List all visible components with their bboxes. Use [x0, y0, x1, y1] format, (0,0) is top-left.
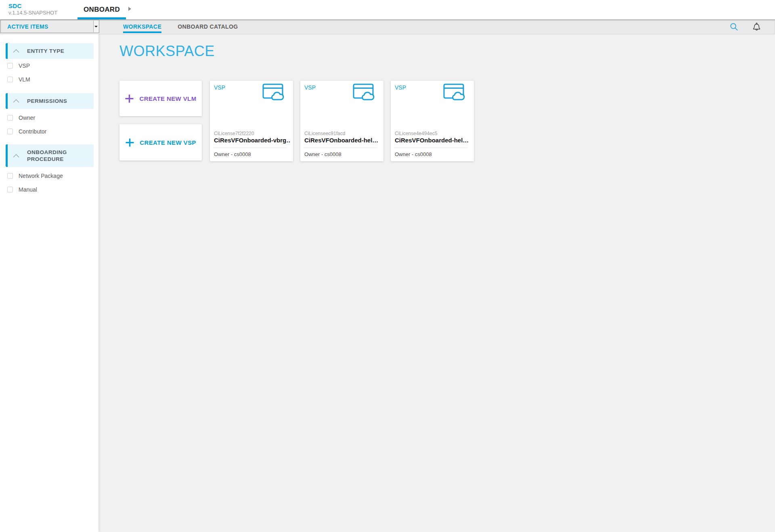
active-items-select-value: ACTIVE ITEMS — [7, 23, 48, 30]
tab-onboard[interactable]: ONBOARD — [78, 0, 126, 19]
page-title: WORKSPACE — [119, 43, 215, 60]
tile-license-id: CiLicense4e494ec5 — [395, 131, 437, 136]
sub-navbar: ACTIVE ITEMS WORKSPACE ONBOARD CATALOG — [0, 19, 775, 34]
filter-option-manual[interactable]: Manual — [7, 183, 98, 196]
vsp-tile[interactable]: VSP CiLicense4e494ec5 CiResVFOnboarded-h… — [391, 81, 474, 161]
owner-checkbox[interactable] — [7, 115, 13, 121]
filter-option-contributor[interactable]: Contributor — [7, 125, 98, 138]
chevron-up-icon[interactable] — [13, 99, 19, 103]
filter-option-label: Network Package — [19, 173, 63, 179]
tile-divider — [213, 148, 287, 148]
vlm-checkbox[interactable] — [7, 77, 13, 82]
filter-option-label: Owner — [19, 115, 35, 121]
plus-icon — [125, 138, 134, 147]
manual-checkbox[interactable] — [7, 187, 13, 192]
tab-onboard-active-indicator — [78, 17, 126, 19]
tile-owner: Owner - cs0008 — [214, 151, 251, 157]
create-new-vsp-label: CREATE NEW VSP — [140, 139, 196, 146]
right-triangle-icon[interactable] — [128, 7, 131, 11]
tile-owner: Owner - cs0008 — [395, 151, 432, 157]
filter-option-label: VSP — [19, 63, 30, 69]
filter-option-vlm[interactable]: VLM — [7, 73, 98, 86]
tile-name: CiResVFOnboarded-vbrg… — [214, 137, 290, 144]
filter-section-permissions[interactable]: PERMISSIONS — [6, 93, 94, 109]
chevron-up-icon[interactable] — [13, 154, 19, 158]
bell-icon[interactable] — [752, 22, 761, 31]
search-icon[interactable] — [730, 23, 738, 31]
filter-option-owner[interactable]: Owner — [7, 111, 98, 125]
vsp-tile[interactable]: VSP CiLicense7f2f2220 CiResVFOnboarded-v… — [210, 81, 293, 161]
tile-divider — [394, 148, 467, 148]
filter-option-label: Contributor — [19, 128, 46, 135]
vsp-cloud-icon — [353, 83, 375, 101]
filter-option-vsp[interactable]: VSP — [7, 59, 98, 73]
tile-name: CiResVFOnboarded-hel… — [304, 137, 380, 144]
create-new-vlm-label: CREATE NEW VLM — [139, 95, 196, 102]
vsp-cloud-icon — [262, 83, 285, 101]
tab-onboard-catalog-label: ONBOARD CATALOG — [178, 23, 238, 30]
tab-workspace-label: WORKSPACE — [123, 23, 161, 30]
create-new-vlm-button[interactable]: CREATE NEW VLM — [119, 81, 202, 116]
tab-onboard-label: ONBOARD — [84, 6, 120, 14]
tab-onboard-catalog[interactable]: ONBOARD CATALOG — [178, 19, 238, 34]
network-package-checkbox[interactable] — [7, 173, 13, 179]
filter-sidebar: ENTITY TYPE VSP VLM PERMISSIONS Owner Co… — [0, 34, 98, 532]
app-version: v.1.14.5-SNAPSHOT — [8, 10, 57, 15]
contributor-checkbox[interactable] — [7, 129, 13, 134]
filter-section-title: ENTITY TYPE — [27, 48, 64, 54]
chevron-up-icon[interactable] — [13, 49, 19, 53]
tile-divider — [304, 148, 377, 148]
filter-section-entity-type[interactable]: ENTITY TYPE — [6, 43, 94, 59]
filter-section-title: PERMISSIONS — [27, 98, 67, 104]
tile-license-id: CiLicenseec91facd — [304, 131, 345, 136]
tab-workspace[interactable]: WORKSPACE — [123, 19, 161, 34]
vsp-tile[interactable]: VSP CiLicenseec91facd CiResVFOnboarded-h… — [300, 81, 383, 161]
app-logo[interactable]: SDC v.1.14.5-SNAPSHOT — [8, 3, 57, 15]
vsp-checkbox[interactable] — [7, 63, 13, 69]
filter-option-network-package[interactable]: Network Package — [7, 169, 98, 183]
filter-section-onboarding-procedure[interactable]: ONBOARDING PROCEDURE — [6, 144, 94, 167]
app-name: SDC — [8, 3, 57, 9]
tile-type-label: VSP — [214, 84, 225, 91]
plus-icon — [125, 94, 134, 103]
catalog-tabs: WORKSPACE ONBOARD CATALOG — [123, 19, 238, 34]
tile-license-id: CiLicense7f2f2220 — [214, 131, 254, 136]
vsp-cloud-icon — [443, 83, 466, 101]
filter-section-title: ONBOARDING PROCEDURE — [27, 149, 88, 163]
tile-name: CiResVFOnboarded-hel… — [395, 137, 471, 144]
active-items-select[interactable]: ACTIVE ITEMS — [0, 20, 99, 33]
tile-type-label: VSP — [304, 84, 316, 91]
dropdown-arrow-icon[interactable] — [93, 21, 98, 32]
create-new-vsp-button[interactable]: CREATE NEW VSP — [119, 124, 202, 161]
filter-option-label: VLM — [19, 76, 30, 83]
workspace-content: WORKSPACE CREATE NEW VLM CREATE NEW VSP … — [98, 34, 775, 532]
tile-type-label: VSP — [395, 84, 406, 91]
sdc-onboard-page: SDC v.1.14.5-SNAPSHOT ONBOARD ACTIVE ITE… — [0, 0, 775, 532]
filter-option-label: Manual — [19, 186, 37, 193]
navbar-icons — [730, 19, 761, 34]
app-header: SDC v.1.14.5-SNAPSHOT ONBOARD — [0, 0, 775, 19]
tile-owner: Owner - cs0008 — [304, 151, 341, 157]
